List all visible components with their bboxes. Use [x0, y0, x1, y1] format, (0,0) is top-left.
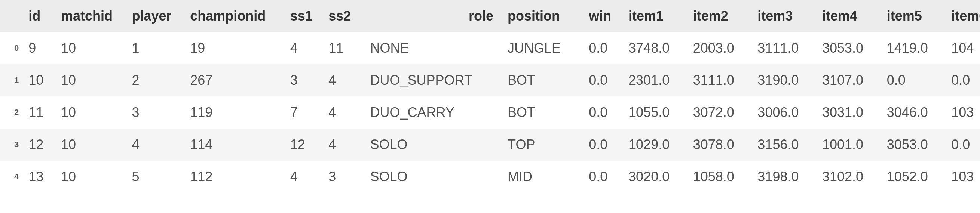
cell-matchid: 10 — [55, 129, 126, 161]
cell-matchid: 10 — [55, 161, 126, 193]
cell-item5: 0.0 — [881, 64, 946, 96]
cell-player: 5 — [126, 161, 184, 193]
cell-position: BOT — [501, 64, 583, 96]
header-item1: item1 — [622, 0, 687, 32]
cell-item1: 2301.0 — [622, 64, 687, 96]
header-row: id matchid player championid ss1 ss2 rol… — [0, 0, 980, 32]
cell-ss1: 7 — [284, 96, 323, 129]
cell-matchid: 10 — [55, 96, 126, 129]
cell-ss1: 4 — [284, 161, 323, 193]
table-row: 4 13 10 5 112 4 3 SOLO MID 0.0 3020.0 10… — [0, 161, 980, 193]
header-item3: item3 — [751, 0, 816, 32]
cell-id: 12 — [22, 129, 55, 161]
cell-item3: 3198.0 — [751, 161, 816, 193]
cell-ss2: 4 — [323, 64, 364, 96]
header-position: position — [501, 0, 583, 32]
cell-win: 0.0 — [583, 161, 622, 193]
cell-player: 2 — [126, 64, 184, 96]
cell-item2: 3078.0 — [687, 129, 752, 161]
cell-championid: 19 — [184, 32, 284, 64]
header-item2: item2 — [687, 0, 752, 32]
cell-item2: 2003.0 — [687, 32, 752, 64]
cell-id: 9 — [22, 32, 55, 64]
cell-item6: 0.0 — [945, 64, 980, 96]
row-index: 0 — [0, 32, 22, 64]
cell-matchid: 10 — [55, 64, 126, 96]
cell-item6: 103 — [945, 96, 980, 129]
header-player: player — [126, 0, 184, 32]
header-matchid: matchid — [55, 0, 126, 32]
cell-win: 0.0 — [583, 129, 622, 161]
cell-ss2: 4 — [323, 129, 364, 161]
row-index: 3 — [0, 129, 22, 161]
cell-ss1: 12 — [284, 129, 323, 161]
cell-item3: 3006.0 — [751, 96, 816, 129]
cell-player: 3 — [126, 96, 184, 129]
header-ss2: ss2 — [323, 0, 364, 32]
cell-win: 0.0 — [583, 96, 622, 129]
cell-item1: 1055.0 — [622, 96, 687, 129]
cell-ss1: 4 — [284, 32, 323, 64]
cell-position: MID — [501, 161, 583, 193]
cell-championid: 267 — [184, 64, 284, 96]
dataframe-table-container: id matchid player championid ss1 ss2 rol… — [0, 0, 980, 193]
cell-item4: 3031.0 — [816, 96, 881, 129]
header-item6: item6 — [945, 0, 980, 32]
cell-item1: 3020.0 — [622, 161, 687, 193]
cell-item5: 3046.0 — [881, 96, 946, 129]
cell-item2: 1058.0 — [687, 161, 752, 193]
cell-item5: 3053.0 — [881, 129, 946, 161]
cell-role: SOLO — [364, 161, 502, 193]
cell-role: NONE — [364, 32, 502, 64]
header-item5: item5 — [881, 0, 946, 32]
cell-championid: 112 — [184, 161, 284, 193]
cell-item4: 3102.0 — [816, 161, 881, 193]
header-ss1: ss1 — [284, 0, 323, 32]
cell-ss2: 4 — [323, 96, 364, 129]
cell-championid: 119 — [184, 96, 284, 129]
cell-ss2: 11 — [323, 32, 364, 64]
cell-item3: 3111.0 — [751, 32, 816, 64]
cell-id: 13 — [22, 161, 55, 193]
cell-item5: 1052.0 — [881, 161, 946, 193]
cell-item1: 3748.0 — [622, 32, 687, 64]
table-row: 1 10 10 2 267 3 4 DUO_SUPPORT BOT 0.0 23… — [0, 64, 980, 96]
cell-item1: 1029.0 — [622, 129, 687, 161]
cell-item3: 3190.0 — [751, 64, 816, 96]
cell-matchid: 10 — [55, 32, 126, 64]
cell-item4: 3107.0 — [816, 64, 881, 96]
cell-win: 0.0 — [583, 32, 622, 64]
header-item4: item4 — [816, 0, 881, 32]
table-body: 0 9 10 1 19 4 11 NONE JUNGLE 0.0 3748.0 … — [0, 32, 980, 193]
cell-item6: 103 — [945, 161, 980, 193]
header-win: win — [583, 0, 622, 32]
cell-role: DUO_CARRY — [364, 96, 502, 129]
header-id: id — [22, 0, 55, 32]
table-row: 3 12 10 4 114 12 4 SOLO TOP 0.0 1029.0 3… — [0, 129, 980, 161]
table-row: 2 11 10 3 119 7 4 DUO_CARRY BOT 0.0 1055… — [0, 96, 980, 129]
table-row: 0 9 10 1 19 4 11 NONE JUNGLE 0.0 3748.0 … — [0, 32, 980, 64]
cell-win: 0.0 — [583, 64, 622, 96]
cell-item2: 3111.0 — [687, 64, 752, 96]
cell-id: 10 — [22, 64, 55, 96]
cell-position: JUNGLE — [501, 32, 583, 64]
cell-championid: 114 — [184, 129, 284, 161]
cell-role: SOLO — [364, 129, 502, 161]
cell-player: 1 — [126, 32, 184, 64]
cell-role: DUO_SUPPORT — [364, 64, 502, 96]
cell-ss1: 3 — [284, 64, 323, 96]
cell-item3: 3156.0 — [751, 129, 816, 161]
header-championid: championid — [184, 0, 284, 32]
cell-item4: 1001.0 — [816, 129, 881, 161]
header-index — [0, 0, 22, 32]
cell-player: 4 — [126, 129, 184, 161]
cell-position: BOT — [501, 96, 583, 129]
cell-ss2: 3 — [323, 161, 364, 193]
row-index: 1 — [0, 64, 22, 96]
cell-item4: 3053.0 — [816, 32, 881, 64]
cell-position: TOP — [501, 129, 583, 161]
cell-item5: 1419.0 — [881, 32, 946, 64]
header-role: role — [364, 0, 502, 32]
dataframe-table: id matchid player championid ss1 ss2 rol… — [0, 0, 980, 193]
row-index: 4 — [0, 161, 22, 193]
